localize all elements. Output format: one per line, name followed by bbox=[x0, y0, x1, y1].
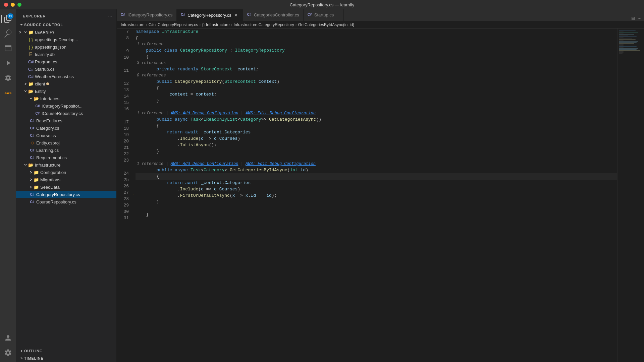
weather-cs-label: WeatherForecast.cs bbox=[35, 74, 74, 79]
close-button[interactable] bbox=[4, 3, 8, 7]
tree-courserepo-cs[interactable]: C# CourseRepository.cs bbox=[16, 198, 116, 205]
code-line-11: private readonly StoreContext _context; bbox=[136, 66, 617, 72]
tab-category-repo[interactable]: C# CategoryRepository.cs ✕ bbox=[177, 9, 243, 21]
tab-category-repo-label: CategoryRepository.cs bbox=[187, 13, 231, 18]
tree-seeddata-folder[interactable]: 📁 SeedData bbox=[16, 183, 116, 191]
code-line-9: public class CategoryRepository : ICateg… bbox=[136, 47, 617, 54]
activity-aws[interactable]: aws bbox=[1, 86, 15, 99]
more-tabs-icon[interactable]: ··· bbox=[638, 16, 641, 21]
learnify-folder-icon: 📁 bbox=[28, 29, 34, 35]
code-line-30 bbox=[136, 205, 617, 212]
tab-startup-icon: C# bbox=[308, 13, 312, 17]
tab-icategory-repo[interactable]: C# ICategoryRepository.cs bbox=[117, 9, 177, 21]
aws-add-debug-link[interactable]: AWS: Add Debug Configuration bbox=[171, 111, 238, 116]
minimap bbox=[617, 28, 644, 362]
aws-edit-debug-link-2[interactable]: AWS: Edit Debug Configuration bbox=[246, 162, 316, 166]
timeline-label: TIMELINE bbox=[24, 356, 44, 360]
icourse-repo-label: ICourseRepository.cs bbox=[42, 111, 83, 116]
weather-cs-icon: C# bbox=[28, 74, 34, 79]
more-options-icon[interactable]: ··· bbox=[108, 14, 112, 18]
main-container: 19 aws EXPLORER ··· bbox=[0, 9, 644, 362]
tree-appsettings-json[interactable]: { } appsettings.json bbox=[16, 43, 116, 51]
title-bar: CategoryRepository.cs — learnify bbox=[0, 0, 644, 9]
tree-infrastructure-folder[interactable]: 📂 Infrastructure bbox=[16, 161, 116, 169]
activity-search[interactable] bbox=[1, 27, 15, 40]
interfaces-folder-label: Interfaces bbox=[40, 96, 59, 101]
breadcrumb-class[interactable]: Infrastructure.CategoryRepository bbox=[234, 22, 294, 27]
tree-interfaces-folder[interactable]: 📂 Interfaces bbox=[16, 95, 116, 102]
infrastructure-folder-icon: 📂 bbox=[28, 162, 34, 168]
requirement-cs-icon: C# bbox=[30, 155, 35, 160]
activity-account[interactable] bbox=[1, 331, 15, 345]
breadcrumb-method[interactable]: GetCategoriesByIdAsync(int id) bbox=[298, 22, 354, 27]
tree-baseentity-cs[interactable]: C# BaseEntity.cs bbox=[16, 117, 116, 124]
tree-weather-cs[interactable]: C# WeatherForecast.cs bbox=[16, 73, 116, 80]
tree-entity-folder[interactable]: 📂 Entity bbox=[16, 87, 116, 95]
code-line-29: } bbox=[136, 199, 617, 205]
seeddata-chevron bbox=[28, 184, 34, 190]
activity-run[interactable] bbox=[1, 56, 15, 70]
code-line-7: namespace Infrastructure bbox=[136, 28, 617, 35]
minimap-content bbox=[618, 28, 644, 55]
maximize-button[interactable] bbox=[17, 3, 21, 7]
source-control-chevron bbox=[19, 22, 24, 27]
tree-category-cs[interactable]: C# Category.cs bbox=[16, 124, 116, 132]
outline-section-header[interactable]: OUTLINE bbox=[16, 347, 116, 355]
breadcrumb-infrastructure[interactable]: Infrastructure bbox=[121, 22, 145, 27]
source-control-section-header[interactable]: SOURCE CONTROL bbox=[16, 21, 116, 28]
code-line-21: .ToListAsync(); bbox=[136, 142, 617, 148]
code-line-24: public async Task<Category> GetCategorie… bbox=[136, 167, 617, 173]
tab-category-repo-close[interactable]: ✕ bbox=[233, 12, 239, 18]
tree-course-cs[interactable]: C# Course.cs bbox=[16, 132, 116, 139]
tree-learnify-root[interactable]: 📁 LEARNIFY bbox=[16, 28, 116, 36]
tree-client-folder[interactable]: 📁 client bbox=[16, 80, 116, 87]
tab-startup[interactable]: C# Startup.cs bbox=[304, 9, 344, 21]
entity-csproj-label: Entity.csproj bbox=[36, 140, 60, 145]
outline-label: OUTLINE bbox=[24, 349, 42, 353]
breadcrumb-file[interactable]: CategoryRepository.cs bbox=[158, 22, 198, 27]
timeline-section-header[interactable]: TIMELINE bbox=[16, 355, 116, 362]
minimize-button[interactable] bbox=[11, 3, 15, 7]
tree-entity-csproj[interactable]: ⬡ Entity.csproj bbox=[16, 139, 116, 146]
icategory-repo-label: ICategoryRepositor... bbox=[42, 104, 83, 109]
tree-appsettings-dev[interactable]: { } appsettings.Develop... bbox=[16, 36, 116, 43]
tree-program-cs[interactable]: C# Program.cs bbox=[16, 58, 116, 65]
startup-cs-label: Startup.cs bbox=[35, 67, 55, 72]
code-line-14: _context = context; bbox=[136, 91, 617, 98]
code-line-20: .Include(c => c.Courses) bbox=[136, 135, 617, 142]
line-numbers: 7 8 9 10 11 12 13 14 15 16 17 18 19 20 2… bbox=[117, 28, 133, 362]
tab-startup-label: Startup.cs bbox=[314, 12, 334, 17]
activity-settings[interactable] bbox=[1, 346, 15, 359]
activity-extensions[interactable] bbox=[1, 71, 15, 84]
tree-startup-cs[interactable]: C# Startup.cs bbox=[16, 65, 116, 73]
categoryrepo-cs-icon: C# bbox=[30, 192, 35, 197]
tree-categoryrepo-cs[interactable]: C# CategoryRepository.cs bbox=[16, 191, 116, 198]
aws-hint-2: 1 reference | AWS: Add Debug Configurati… bbox=[136, 161, 617, 167]
baseentity-cs-icon: C# bbox=[30, 118, 35, 123]
aws-edit-debug-link[interactable]: AWS: Edit Debug Configuration bbox=[246, 111, 316, 116]
tree-configuration-folder[interactable]: 📁 Configuration bbox=[16, 169, 116, 176]
breadcrumb-csharp[interactable]: C# bbox=[149, 22, 154, 27]
aws-add-debug-link-2[interactable]: AWS: Add Debug Configuration bbox=[171, 162, 238, 166]
tree-migrations-folder[interactable]: 📁 Migrations bbox=[16, 176, 116, 183]
activity-explorer[interactable]: 19 bbox=[1, 12, 15, 25]
tree-icourse-repo[interactable]: C# ICourseRepository.cs bbox=[16, 110, 116, 117]
tree-icategory-repo[interactable]: C# ICategoryRepositor... bbox=[16, 102, 116, 110]
tab-categories-controller[interactable]: C# CategoriesController.cs bbox=[243, 9, 304, 21]
activity-source-control[interactable] bbox=[1, 42, 15, 55]
split-editor-icon[interactable]: ⊞ bbox=[631, 16, 635, 21]
tree-learnify-db[interactable]: 🗄 learnify.db bbox=[16, 51, 116, 58]
code-line-25: { bbox=[136, 173, 617, 180]
baseentity-cs-label: BaseEntity.cs bbox=[36, 118, 62, 123]
migrations-folder-label: Migrations bbox=[40, 177, 60, 182]
tree-requirement-cs[interactable]: C# Requirement.cs bbox=[16, 154, 116, 161]
bulb-icon[interactable]: 💡 bbox=[133, 192, 134, 199]
code-editor[interactable]: 7 8 9 10 11 12 13 14 15 16 17 18 19 20 2… bbox=[117, 28, 644, 362]
code-content[interactable]: namespace Infrastructure { 1 reference p… bbox=[133, 28, 617, 362]
migrations-folder-icon: 📁 bbox=[34, 177, 39, 182]
client-folder-icon: 📁 bbox=[28, 81, 34, 86]
learnify-chevron bbox=[17, 29, 23, 35]
tree-learning-cs[interactable]: C# Learning.cs bbox=[16, 146, 116, 154]
tab-icategory-repo-icon: C# bbox=[121, 13, 125, 17]
breadcrumb-namespace[interactable]: {} Infrastructure bbox=[202, 22, 230, 27]
